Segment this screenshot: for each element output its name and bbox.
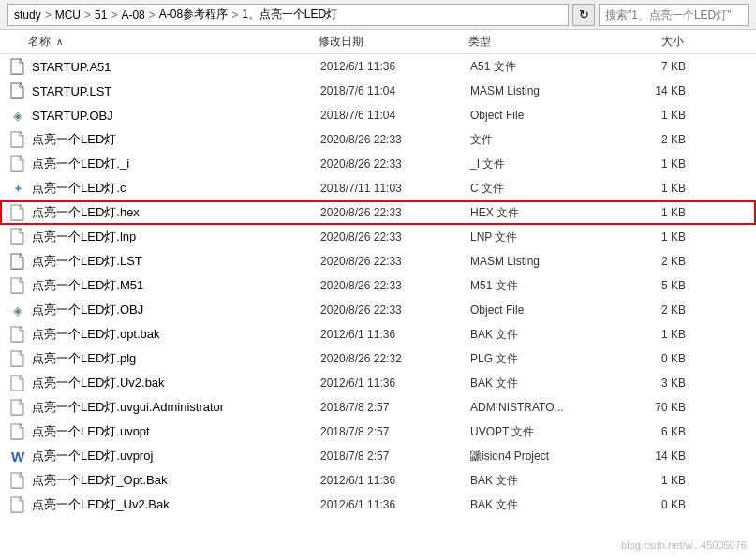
file-name-text: 点亮一个LED灯.hex bbox=[32, 204, 140, 221]
file-date-cell: 2020/8/26 22:33 bbox=[320, 303, 470, 317]
file-type-cell: 鼶ision4 Project bbox=[470, 449, 611, 464]
sort-arrow-icon: ∧ bbox=[56, 37, 63, 47]
file-name-cell: 点亮一个LED灯_Opt.Bak bbox=[2, 472, 320, 489]
file-name-text: STARTUP.LST bbox=[32, 84, 111, 98]
file-name-text: 点亮一个LED灯.OBJ bbox=[32, 302, 143, 318]
table-row[interactable]: 点亮一个LED灯.uvgui.Administrator 2018/7/8 2:… bbox=[0, 395, 756, 420]
table-row[interactable]: 点亮一个LED灯.Uv2.bak 2012/6/1 11:36 BAK 文件 3… bbox=[0, 371, 756, 395]
file-name-text: 点亮一个LED灯.LST bbox=[32, 253, 142, 270]
col-name-header[interactable]: 名称 ∧ bbox=[0, 34, 319, 50]
file-date-cell: 2018/7/8 2:57 bbox=[320, 401, 470, 414]
file-name-text: 点亮一个LED灯 bbox=[32, 131, 116, 148]
table-row[interactable]: ✦ 点亮一个LED灯.c 2018/7/11 11:03 C 文件 1 KB bbox=[0, 176, 756, 200]
file-date-cell: 2012/6/1 11:36 bbox=[320, 474, 470, 487]
table-row[interactable]: W 点亮一个LED灯.uvproj 2018/7/8 2:57 鼶ision4 … bbox=[0, 444, 756, 468]
file-date-cell: 2018/7/6 11:04 bbox=[320, 109, 470, 122]
col-size-header[interactable]: 大小 bbox=[609, 34, 703, 50]
path-study[interactable]: study bbox=[14, 8, 41, 22]
col-type-header[interactable]: 类型 bbox=[468, 34, 609, 50]
file-type-icon bbox=[9, 496, 26, 513]
address-path[interactable]: study > MCU > 51 > A-08 > A-08参考程序 > 1、点… bbox=[7, 4, 569, 26]
col-date-header[interactable]: 修改日期 bbox=[319, 34, 468, 50]
file-date-cell: 2020/8/26 22:33 bbox=[320, 230, 470, 243]
refresh-button[interactable]: ↻ bbox=[572, 4, 595, 26]
table-row[interactable]: 点亮一个LED灯.M51 2020/8/26 22:33 M51 文件 5 KB bbox=[0, 273, 756, 298]
file-size-cell: 1 KB bbox=[611, 328, 704, 341]
file-size-cell: 1 KB bbox=[611, 157, 704, 170]
file-name-cell: ✦ 点亮一个LED灯.c bbox=[2, 180, 320, 197]
file-type-icon bbox=[9, 326, 26, 343]
file-size-cell: 70 KB bbox=[611, 401, 704, 414]
file-size-cell: 1 KB bbox=[611, 230, 704, 243]
file-type-cell: Object File bbox=[470, 303, 611, 317]
table-row[interactable]: 点亮一个LED灯_Uv2.Bak 2012/6/1 11:36 BAK 文件 0… bbox=[0, 493, 756, 517]
file-name-cell: 点亮一个LED灯.LST bbox=[2, 253, 320, 270]
table-row[interactable]: 点亮一个LED灯 2020/8/26 22:33 文件 2 KB bbox=[0, 127, 756, 152]
watermark: blog.csdn.net/w...45005076 bbox=[621, 539, 747, 551]
file-type-cell: BAK 文件 bbox=[470, 376, 611, 391]
path-a08[interactable]: A-08 bbox=[121, 8, 144, 22]
file-date-cell: 2020/8/26 22:33 bbox=[320, 255, 470, 268]
file-type-cell: 文件 bbox=[470, 132, 611, 148]
file-type-cell: A51 文件 bbox=[470, 59, 611, 75]
file-date-cell: 2020/8/26 22:33 bbox=[320, 206, 470, 219]
file-size-cell: 1 KB bbox=[611, 206, 704, 219]
file-name-cell: 点亮一个LED灯.hex bbox=[2, 204, 320, 221]
file-size-cell: 14 KB bbox=[611, 84, 704, 97]
file-type-icon bbox=[9, 131, 26, 148]
file-type-icon bbox=[9, 58, 26, 75]
file-name-text: 点亮一个LED灯.Uv2.bak bbox=[32, 375, 165, 391]
table-row[interactable]: STARTUP.A51 2012/6/1 11:36 A51 文件 7 KB bbox=[0, 54, 756, 79]
table-row[interactable]: STARTUP.LST 2018/7/6 11:04 MASM Listing … bbox=[0, 79, 756, 103]
path-51[interactable]: 51 bbox=[95, 8, 107, 22]
table-row[interactable]: ◈ 点亮一个LED灯.OBJ 2020/8/26 22:33 Object Fi… bbox=[0, 298, 756, 322]
file-name-text: STARTUP.OBJ bbox=[32, 109, 113, 123]
file-type-cell: BAK 文件 bbox=[470, 327, 611, 343]
path-current[interactable]: 1、点亮一个LED灯 bbox=[242, 7, 337, 22]
file-type-cell: ADMINISTRATO... bbox=[470, 401, 611, 414]
file-name-cell: 点亮一个LED灯 bbox=[2, 131, 320, 148]
table-row[interactable]: 点亮一个LED灯._i 2020/8/26 22:33 _I 文件 1 KB bbox=[0, 152, 756, 176]
file-type-cell: MASM Listing bbox=[470, 84, 611, 97]
file-type-cell: UVOPT 文件 bbox=[470, 424, 611, 440]
file-name-text: 点亮一个LED灯.uvopt bbox=[32, 423, 150, 440]
file-name-cell: 点亮一个LED灯.opt.bak bbox=[2, 326, 320, 343]
table-row[interactable]: 点亮一个LED灯.LST 2020/8/26 22:33 MASM Listin… bbox=[0, 249, 756, 273]
path-mcu[interactable]: MCU bbox=[55, 8, 81, 22]
file-size-cell: 2 KB bbox=[611, 303, 704, 317]
file-name-text: 点亮一个LED灯.M51 bbox=[32, 277, 143, 294]
file-size-cell: 5 KB bbox=[611, 279, 704, 292]
file-type-cell: Object File bbox=[470, 109, 611, 122]
file-date-cell: 2020/8/26 22:32 bbox=[320, 352, 470, 365]
table-row[interactable]: ◈ STARTUP.OBJ 2018/7/6 11:04 Object File… bbox=[0, 103, 756, 127]
table-row[interactable]: 点亮一个LED灯_Opt.Bak 2012/6/1 11:36 BAK 文件 1… bbox=[0, 468, 756, 493]
file-type-cell: HEX 文件 bbox=[470, 205, 611, 221]
file-name-cell: 点亮一个LED灯._i bbox=[2, 155, 320, 172]
file-size-cell: 6 KB bbox=[611, 425, 704, 438]
file-name-text: 点亮一个LED灯.uvgui.Administrator bbox=[32, 399, 224, 416]
file-size-cell: 1 KB bbox=[611, 182, 704, 195]
file-name-text: 点亮一个LED灯_Opt.Bak bbox=[32, 472, 168, 489]
search-input[interactable] bbox=[599, 4, 749, 26]
table-row[interactable]: 点亮一个LED灯.lnp 2020/8/26 22:33 LNP 文件 1 KB bbox=[0, 225, 756, 249]
file-name-text: 点亮一个LED灯._i bbox=[32, 155, 129, 172]
file-date-cell: 2018/7/6 11:04 bbox=[320, 84, 470, 97]
file-rows-container: STARTUP.A51 2012/6/1 11:36 A51 文件 7 KB S… bbox=[0, 54, 756, 517]
file-name-text: 点亮一个LED灯.c bbox=[32, 180, 126, 197]
table-row[interactable]: 点亮一个LED灯.hex 2020/8/26 22:33 HEX 文件 1 KB bbox=[0, 200, 756, 225]
file-type-cell: MASM Listing bbox=[470, 255, 611, 268]
path-ref[interactable]: A-08参考程序 bbox=[159, 7, 228, 22]
table-row[interactable]: 点亮一个LED灯.uvopt 2018/7/8 2:57 UVOPT 文件 6 … bbox=[0, 420, 756, 444]
file-type-icon bbox=[9, 228, 26, 245]
file-name-cell: 点亮一个LED灯.Uv2.bak bbox=[2, 375, 320, 391]
file-name-text: 点亮一个LED灯.opt.bak bbox=[32, 326, 160, 343]
file-type-icon bbox=[9, 277, 26, 294]
file-size-cell: 2 KB bbox=[611, 133, 704, 146]
table-row[interactable]: 点亮一个LED灯.plg 2020/8/26 22:32 PLG 文件 0 KB bbox=[0, 346, 756, 371]
file-name-text: 点亮一个LED灯.plg bbox=[32, 350, 136, 367]
file-date-cell: 2020/8/26 22:33 bbox=[320, 133, 470, 146]
file-date-cell: 2020/8/26 22:33 bbox=[320, 279, 470, 292]
file-type-cell: M51 文件 bbox=[470, 278, 611, 294]
file-date-cell: 2018/7/8 2:57 bbox=[320, 425, 470, 438]
table-row[interactable]: 点亮一个LED灯.opt.bak 2012/6/1 11:36 BAK 文件 1… bbox=[0, 322, 756, 346]
